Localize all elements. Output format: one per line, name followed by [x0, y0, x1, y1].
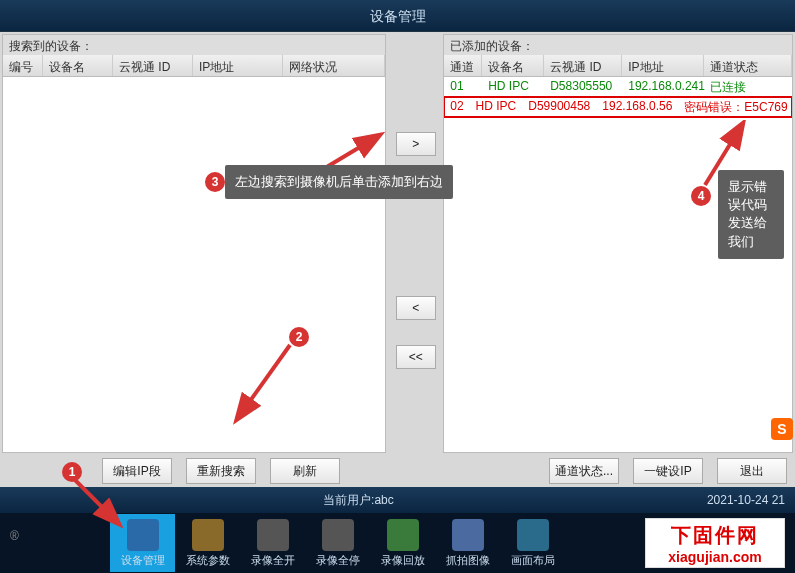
- watermark: 下固件网 xiagujian.com: [645, 518, 785, 568]
- annotation-arrow-2: [225, 340, 305, 430]
- right-pane-label: 已添加的设备：: [444, 35, 792, 55]
- col-cloudid: 云视通 ID: [113, 55, 193, 76]
- annotation-marker-3: 3: [205, 172, 225, 192]
- add-button[interactable]: >: [396, 132, 436, 156]
- exit-button[interactable]: 退出: [717, 458, 787, 484]
- table-row[interactable]: 02HD IPCD59900458192.168.0.56密码错误：E5C769: [444, 97, 792, 117]
- svg-line-5: [325, 138, 375, 168]
- col-netstatus: 网络状况: [283, 55, 385, 76]
- col-name: 设备名: [482, 55, 544, 76]
- oneclick-ip-button[interactable]: 一键设IP: [633, 458, 703, 484]
- taskbar-label: 抓拍图像: [446, 553, 490, 568]
- window-title: 设备管理: [0, 0, 795, 32]
- table-row[interactable]: 01HD IPCD58305550192.168.0.241已连接: [444, 77, 792, 97]
- taskbar-icon: [322, 519, 354, 551]
- annotation-tip-3: 左边搜索到摄像机后单击添加到右边: [225, 165, 453, 199]
- taskbar-item-5[interactable]: 抓拍图像: [435, 514, 500, 572]
- taskbar-label: 录像回放: [381, 553, 425, 568]
- copyright-mark: ®: [10, 529, 19, 543]
- taskbar-item-3[interactable]: 录像全停: [305, 514, 370, 572]
- taskbar-icon: [387, 519, 419, 551]
- search-results-panel: 搜索到的设备： 编号 设备名 云视通 ID IP地址 网络状况: [2, 34, 386, 453]
- left-pane-label: 搜索到的设备：: [3, 35, 385, 55]
- taskbar-icon: [257, 519, 289, 551]
- annotation-marker-4: 4: [691, 186, 711, 206]
- taskbar-label: 录像全停: [316, 553, 360, 568]
- taskbar-label: 设备管理: [121, 553, 165, 568]
- annotation-marker-2: 2: [289, 327, 309, 347]
- col-num: 编号: [3, 55, 43, 76]
- col-channel: 通道: [444, 55, 482, 76]
- watermark-en: xiagujian.com: [668, 549, 761, 565]
- taskbar-item-2[interactable]: 录像全开: [240, 514, 305, 572]
- svg-line-3: [240, 345, 290, 415]
- remove-all-button[interactable]: <<: [396, 345, 436, 369]
- annotation-marker-1: 1: [62, 462, 82, 482]
- annotation-tip-4: 显示错误代码发送给我们: [718, 170, 784, 259]
- transfer-buttons: > < <<: [388, 32, 443, 455]
- col-name: 设备名: [43, 55, 113, 76]
- taskbar-icon: [192, 519, 224, 551]
- taskbar-item-1[interactable]: 系统参数: [175, 514, 240, 572]
- sogou-badge-icon[interactable]: S: [771, 418, 793, 440]
- taskbar-icon: [452, 519, 484, 551]
- taskbar-icon: [517, 519, 549, 551]
- col-chstatus: 通道状态: [704, 55, 792, 76]
- taskbar-item-4[interactable]: 录像回放: [370, 514, 435, 572]
- svg-line-1: [70, 475, 115, 520]
- left-grid-header: 编号 设备名 云视通 ID IP地址 网络状况: [3, 55, 385, 77]
- content-area: 搜索到的设备： 编号 设备名 云视通 ID IP地址 网络状况 > < << 已…: [0, 32, 795, 455]
- taskbar-label: 画面布局: [511, 553, 555, 568]
- refresh-button[interactable]: 刷新: [270, 458, 340, 484]
- col-cloudid: 云视通 ID: [544, 55, 622, 76]
- col-ip: IP地址: [193, 55, 283, 76]
- channel-status-button[interactable]: 通道状态...: [549, 458, 619, 484]
- watermark-cn: 下固件网: [671, 522, 759, 549]
- status-time: 2021-10-24 21: [707, 493, 785, 507]
- rescan-button[interactable]: 重新搜索: [186, 458, 256, 484]
- right-grid-header: 通道 设备名 云视通 ID IP地址 通道状态: [444, 55, 792, 77]
- remove-button[interactable]: <: [396, 296, 436, 320]
- taskbar-item-6[interactable]: 画面布局: [500, 514, 565, 572]
- taskbar-label: 系统参数: [186, 553, 230, 568]
- taskbar-label: 录像全开: [251, 553, 295, 568]
- col-ip: IP地址: [622, 55, 704, 76]
